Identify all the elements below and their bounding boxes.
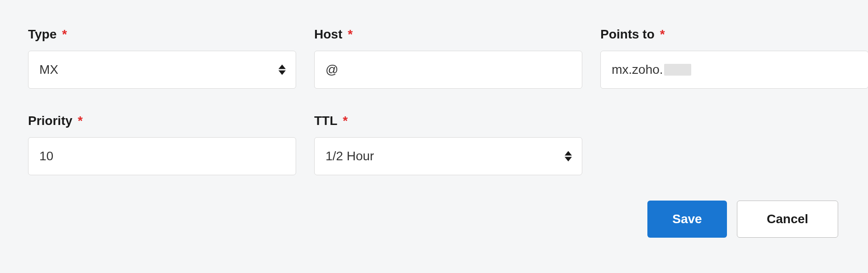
points-to-label: Points to *: [600, 27, 868, 42]
required-asterisk: *: [348, 27, 353, 42]
ttl-select[interactable]: 1/2 Hour: [314, 137, 582, 175]
chevron-up-icon: [278, 65, 286, 69]
priority-input-value: 10: [39, 149, 53, 163]
points-to-input-value: mx.zoho.: [612, 62, 691, 77]
ttl-label-text: TTL: [314, 114, 337, 128]
type-label: Type *: [28, 27, 296, 42]
redacted-block: [664, 64, 691, 76]
cancel-button[interactable]: Cancel: [737, 201, 838, 238]
required-asterisk: *: [343, 114, 348, 128]
points-to-input[interactable]: mx.zoho.: [600, 51, 868, 89]
save-button[interactable]: Save: [647, 201, 727, 238]
required-asterisk: *: [62, 27, 67, 42]
required-asterisk: *: [78, 114, 83, 128]
type-select[interactable]: MX: [28, 51, 296, 89]
chevron-down-icon: [278, 71, 286, 75]
type-select-value: MX: [39, 62, 58, 77]
chevron-down-icon: [565, 157, 572, 162]
priority-input[interactable]: 10: [28, 137, 296, 175]
chevron-up-icon: [565, 151, 572, 156]
type-field: Type * MX: [28, 27, 296, 89]
host-label-text: Host: [314, 27, 342, 42]
points-to-label-text: Points to: [600, 27, 655, 42]
host-input[interactable]: @: [314, 51, 582, 89]
priority-label: Priority *: [28, 114, 296, 128]
required-asterisk: *: [660, 27, 665, 42]
points-to-field: Points to * mx.zoho.: [600, 27, 868, 89]
type-label-text: Type: [28, 27, 57, 42]
points-to-text: mx.zoho.: [612, 62, 663, 77]
select-arrows-icon: [565, 151, 572, 162]
host-field: Host * @: [314, 27, 582, 89]
select-arrows-icon: [278, 65, 286, 75]
priority-field: Priority * 10: [28, 114, 296, 175]
host-input-value: @: [326, 62, 338, 77]
form-actions: Save Cancel: [28, 201, 841, 238]
dns-record-form: Type * MX Host * @ Points to * mx.zoho.: [28, 27, 841, 175]
ttl-field: TTL * 1/2 Hour: [314, 114, 582, 175]
ttl-label: TTL *: [314, 114, 582, 128]
priority-label-text: Priority: [28, 114, 72, 128]
ttl-select-value: 1/2 Hour: [326, 149, 374, 163]
empty-cell: [600, 114, 868, 175]
host-label: Host *: [314, 27, 582, 42]
